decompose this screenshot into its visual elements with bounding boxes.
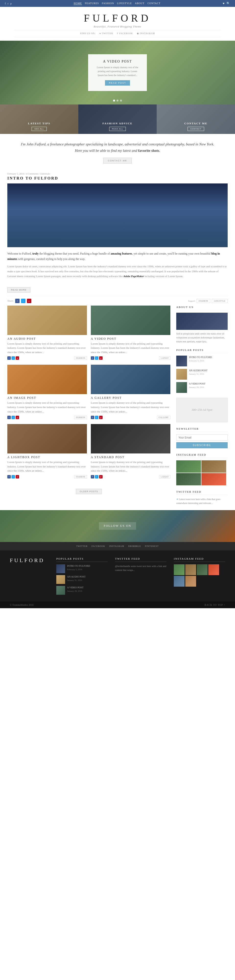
- header-twitter[interactable]: ♦ TWITTER: [99, 32, 113, 35]
- insta-thumb-2[interactable]: [202, 460, 226, 473]
- footer-insta-1[interactable]: [174, 564, 185, 575]
- post-card-standard-footer: f t p LATEST: [91, 475, 170, 479]
- card-image-share: f t p: [7, 416, 19, 419]
- nav-contact[interactable]: CONTACT: [147, 2, 160, 5]
- footer-popular-thumb-1: [56, 564, 65, 573]
- footer-insta-2[interactable]: [185, 564, 196, 575]
- twitter-icon[interactable]: t: [8, 2, 8, 5]
- card-video-fb[interactable]: f: [91, 356, 94, 360]
- facebook-icon[interactable]: f: [5, 2, 6, 5]
- header-instagram[interactable]: ◉ INSTAGRAM: [137, 32, 155, 35]
- footer-insta-3[interactable]: [197, 564, 208, 575]
- footer-popular-title: POPULAR POSTS: [56, 557, 108, 562]
- heart-icon[interactable]: ♥: [223, 2, 224, 5]
- card-video-pi[interactable]: p: [99, 356, 103, 360]
- newsletter-email-input[interactable]: [176, 434, 228, 441]
- sidebar-about-text: Sed ut perspiciatis unde omnis iste natu…: [176, 332, 228, 344]
- intro-contact-button[interactable]: CONTACT ME: [103, 158, 132, 164]
- footer-nav-facebook[interactable]: FACEBOOK: [91, 545, 105, 547]
- tag-lifestyle[interactable]: LIFESTYLE: [212, 299, 228, 303]
- card-standard-pi[interactable]: p: [99, 475, 103, 479]
- sidebar-about: ABOUT US Sed ut perspiciatis unde omnis …: [176, 305, 228, 344]
- footer-popular-1-date: February 5, 2016: [67, 568, 90, 571]
- sidebar-twitter: TWITTER FEED ✦ Latest tweet text here wi…: [176, 490, 228, 505]
- post-card-standard-image: [91, 424, 170, 453]
- feature-boxes: LATEST TIPS SEE ALL FASHION ADVICE READ …: [0, 105, 235, 134]
- post-comments[interactable]: 4 Comments: [26, 172, 38, 175]
- popular-post-2-title[interactable]: AN AUDIO POST: [189, 369, 208, 372]
- card-standard-fb[interactable]: f: [91, 475, 94, 479]
- nav-fashion[interactable]: FASHION: [102, 2, 114, 5]
- footer-popular-1: INTRO TO FULFORD February 5, 2016: [56, 564, 108, 573]
- subscribe-button[interactable]: SUBSCRIBE: [176, 442, 228, 448]
- popular-post-3: A VIDEO POST January 20, 2016: [176, 382, 228, 393]
- nav-home[interactable]: HOME: [74, 2, 82, 5]
- insta-thumb-3[interactable]: [176, 473, 201, 485]
- post-card-audio: AN AUDIO POST Lorem Ipsum is simply dumm…: [7, 305, 89, 365]
- footer-nav-dribbble[interactable]: DRIBBBLE: [128, 545, 141, 547]
- footer-twitter-title: TWITTER FEED: [115, 557, 166, 562]
- footer-nav-pinterest[interactable]: PINTEREST: [145, 545, 159, 547]
- feature-box-fashion-btn[interactable]: READ ALL: [109, 127, 126, 131]
- card-audio-fb[interactable]: f: [7, 356, 11, 360]
- footer-insta-6[interactable]: [185, 576, 196, 587]
- footer-popular-3-title[interactable]: A VIDEO POST: [67, 586, 84, 589]
- footer-insta-4[interactable]: [208, 564, 219, 575]
- card-image-tag[interactable]: FASHION: [74, 416, 87, 419]
- card-video-tw[interactable]: t: [95, 356, 98, 360]
- search-icon[interactable]: 🔍: [226, 2, 230, 5]
- hero-dot-1[interactable]: [113, 100, 115, 102]
- share-twitter-icon[interactable]: t: [21, 299, 25, 303]
- hero-read-post-button[interactable]: READ POST: [105, 80, 130, 86]
- footer-insta-5[interactable]: [174, 576, 185, 587]
- card-image-tw[interactable]: t: [11, 416, 15, 419]
- pinterest-icon[interactable]: p: [10, 2, 11, 5]
- hero-dot-3[interactable]: [120, 100, 122, 102]
- sidebar-instagram: INSTAGRAM FEED: [176, 453, 228, 485]
- share-facebook-icon[interactable]: f: [15, 299, 20, 303]
- footer-nav-instagram[interactable]: INSTAGRAM: [109, 545, 125, 547]
- read-more-button[interactable]: READ MORE: [7, 287, 30, 293]
- card-image-pi[interactable]: p: [16, 416, 19, 419]
- card-gallery-tag[interactable]: GALLERY: [157, 416, 170, 419]
- card-audio-tag[interactable]: FASHION: [74, 356, 87, 360]
- featured-post-image: [7, 183, 228, 247]
- footer-nav-twitter[interactable]: TWITTER: [76, 545, 88, 547]
- header-facebook[interactable]: f FACEBOOK: [117, 32, 133, 35]
- card-audio-share: f t p: [7, 356, 19, 360]
- post-card-gallery-footer: f t p GALLERY: [91, 416, 170, 419]
- card-gallery-tw[interactable]: t: [95, 416, 98, 419]
- card-video-tag[interactable]: LATEST: [159, 356, 170, 360]
- tag-fashion[interactable]: FASHION: [197, 299, 210, 303]
- post-category[interactable]: Editorials: [40, 172, 50, 175]
- hero-dot-2[interactable]: [117, 100, 118, 102]
- nav-about[interactable]: ABOUT: [135, 2, 144, 5]
- card-audio-tw[interactable]: t: [11, 356, 15, 360]
- card-lightbox-fb[interactable]: f: [7, 475, 11, 479]
- popular-post-3-title[interactable]: A VIDEO POST: [189, 382, 205, 385]
- footer-popular-2-title[interactable]: AN AUDIO POST: [67, 575, 86, 579]
- card-standard-tw[interactable]: t: [95, 475, 98, 479]
- nav-features[interactable]: FEATURES: [85, 2, 99, 5]
- back-to-top-button[interactable]: BACK TO TOP ↑: [205, 603, 225, 606]
- card-standard-tag[interactable]: LATEST: [159, 475, 170, 479]
- feature-box-contact-btn[interactable]: CONTACT: [188, 127, 204, 131]
- insta-thumb-1[interactable]: [176, 460, 201, 473]
- load-more-button[interactable]: OLDER POSTS: [76, 489, 102, 494]
- card-image-fb[interactable]: f: [7, 416, 11, 419]
- card-lightbox-tw[interactable]: t: [11, 475, 15, 479]
- nav-lifestyle[interactable]: LIFESTYLE: [117, 2, 132, 5]
- card-audio-pi[interactable]: p: [16, 356, 19, 360]
- share-pinterest-icon[interactable]: p: [27, 299, 32, 303]
- card-lightbox-pi[interactable]: p: [16, 475, 19, 479]
- footer-popular-1-title[interactable]: INTRO TO FULFORD: [67, 564, 90, 568]
- card-lightbox-tag[interactable]: FASHION: [74, 475, 87, 479]
- popular-post-1-title[interactable]: INTRO TO FULFORD: [189, 356, 212, 359]
- feature-box-tips-btn[interactable]: SEE ALL: [32, 127, 47, 131]
- sidebar-popular: POPULAR POSTS INTRO TO FULFORD February …: [176, 348, 228, 393]
- sidebar-twitter-title: TWITTER FEED: [176, 490, 228, 495]
- card-gallery-fb[interactable]: f: [91, 416, 94, 419]
- card-gallery-pi[interactable]: p: [99, 416, 103, 419]
- featured-post-content: Welcome to Fulford, truly the blogging t…: [7, 247, 228, 285]
- insta-thumb-4[interactable]: [202, 473, 226, 485]
